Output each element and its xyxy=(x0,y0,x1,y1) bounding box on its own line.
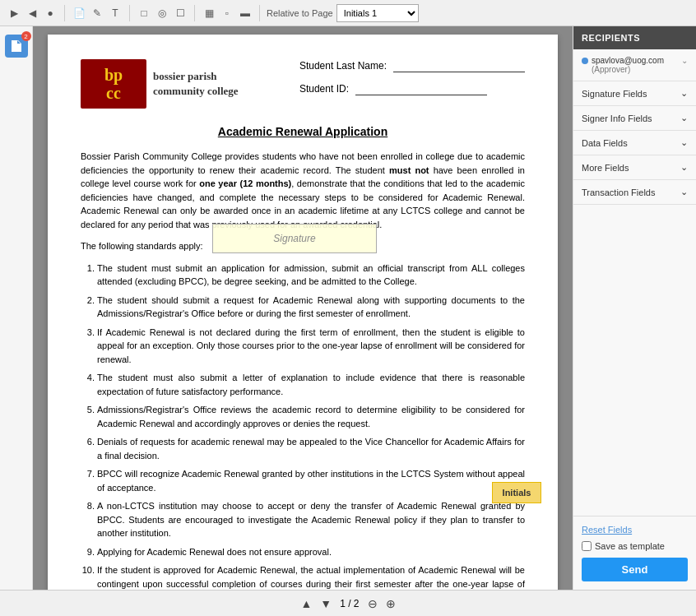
toolbar-icon-7[interactable]: □ xyxy=(137,6,151,21)
list-item: If Academic Renewal is not declared duri… xyxy=(97,326,525,367)
list-item: Admissions/Registrar's Office reviews th… xyxy=(97,403,525,430)
list-item: The student should submit a request for … xyxy=(97,294,525,321)
signature-fields-chevron-icon: ⌄ xyxy=(680,88,688,99)
send-button[interactable]: Send xyxy=(582,558,688,581)
divider-3 xyxy=(194,5,195,21)
recipient-name-row: spavlova@uog.com ⌄ xyxy=(582,56,688,65)
intro-paragraph: Bossier Parish Community College provide… xyxy=(81,150,525,231)
standards-list: The student must submit an application f… xyxy=(97,262,525,591)
more-fields-header[interactable]: More Fields ⌄ xyxy=(573,155,696,179)
list-item: If the student is approved for Academic … xyxy=(97,563,525,590)
divider-4 xyxy=(259,5,260,21)
toolbar-icon-9[interactable]: ☐ xyxy=(173,6,188,21)
more-fields-chevron-icon: ⌄ xyxy=(680,162,688,173)
current-page: 1 xyxy=(340,598,346,609)
top-toolbar: ▶ ◀ ● 📄 ✎ T □ ◎ ☐ ▦ ▫ ▬ Relative to Page… xyxy=(0,0,696,26)
more-fields-label: More Fields xyxy=(582,163,629,173)
logo-area: bp cc bossier parish community college xyxy=(81,59,239,109)
bottom-toolbar: ▲ ▼ 1 / 2 ⊖ ⊕ xyxy=(0,590,696,616)
signature-fields-section: Signature Fields ⌄ xyxy=(573,81,696,106)
divider-1 xyxy=(64,5,65,21)
list-item: Applying for Academic Renewal does not e… xyxy=(97,545,525,559)
save-template-label: Save as template xyxy=(595,541,665,551)
initials-dropdown[interactable]: Initials 1 xyxy=(336,4,419,22)
zoom-in-button[interactable]: ⊕ xyxy=(386,597,396,610)
list-item: The student must submit an application f… xyxy=(97,262,525,289)
last-name-field-row: Student Last Name: xyxy=(299,59,525,72)
data-fields-chevron-icon: ⌄ xyxy=(680,137,688,148)
signature-field[interactable]: Signature xyxy=(212,224,377,253)
divider-2 xyxy=(129,5,130,21)
recipients-header: RECIPIENTS xyxy=(573,26,696,49)
data-fields-label: Data Fields xyxy=(582,138,628,148)
toolbar-icon-11[interactable]: ▫ xyxy=(220,6,234,21)
page-indicator: 1 / 2 xyxy=(340,598,359,609)
more-fields-section: More Fields ⌄ xyxy=(573,155,696,180)
list-item: The student must also submit a letter of… xyxy=(97,371,525,398)
right-panel: RECIPIENTS spavlova@uog.com ⌄ (Approver)… xyxy=(573,26,696,590)
signer-info-fields-section: Signer Info Fields ⌄ xyxy=(573,106,696,131)
list-item: BPCC will recognize Academic Renewal gra… xyxy=(97,467,525,494)
college-name-line1: bossier parish xyxy=(153,69,239,84)
signer-info-fields-label: Signer Info Fields xyxy=(582,113,652,123)
main-area: 2 bp cc bossier parish community college xyxy=(0,26,696,590)
recipient-dot xyxy=(582,58,588,64)
toolbar-icon-1[interactable]: ▶ xyxy=(7,6,21,21)
left-panel: 2 xyxy=(0,26,33,590)
right-panel-footer: Reset Fields Save as template Send xyxy=(573,516,696,590)
college-name-line2: community college xyxy=(153,84,239,99)
transaction-fields-chevron-icon: ⌄ xyxy=(680,187,688,197)
zoom-out-button[interactable]: ⊖ xyxy=(368,597,378,610)
toolbar-icon-4[interactable]: 📄 xyxy=(72,6,86,21)
document-body: Bossier Parish Community College provide… xyxy=(81,150,525,590)
data-fields-section: Data Fields ⌄ xyxy=(573,131,696,155)
document-header: bp cc bossier parish community college S… xyxy=(81,59,525,109)
signer-info-fields-header[interactable]: Signer Info Fields ⌄ xyxy=(573,106,696,130)
initials-label: Initials xyxy=(503,488,531,498)
data-fields-header[interactable]: Data Fields ⌄ xyxy=(573,131,696,155)
save-template-checkbox[interactable] xyxy=(582,541,592,551)
list-item: Denials of requests for academic renewal… xyxy=(97,435,525,462)
scroll-up-button[interactable]: ▲ xyxy=(300,597,312,610)
recipient-item[interactable]: spavlova@uog.com ⌄ (Approver) xyxy=(573,49,696,81)
reset-fields-link[interactable]: Reset Fields xyxy=(582,525,688,535)
notification-badge: 2 xyxy=(21,31,31,41)
page-thumbnail-icon[interactable]: 2 xyxy=(5,35,28,58)
signature-fields-header[interactable]: Signature Fields ⌄ xyxy=(573,81,696,105)
recipient-email: spavlova@uog.com xyxy=(592,56,664,65)
last-name-label: Student Last Name: xyxy=(299,60,387,72)
signature-fields-label: Signature Fields xyxy=(582,89,647,99)
signature-label: Signature xyxy=(273,233,315,244)
document-title: Academic Renewal Application xyxy=(81,125,525,138)
toolbar-icon-10[interactable]: ▦ xyxy=(202,6,216,21)
recipient-chevron-icon[interactable]: ⌄ xyxy=(681,56,688,65)
student-id-label: Student ID: xyxy=(299,83,349,95)
college-logo: bp cc xyxy=(81,59,146,109)
list-item: A non-LCTCS institution may choose to ac… xyxy=(97,499,525,540)
toolbar-icon-3[interactable]: ● xyxy=(43,6,58,21)
save-template-row: Save as template xyxy=(582,541,688,551)
transaction-fields-section: Transaction Fields ⌄ xyxy=(573,180,696,205)
toolbar-icon-8[interactable]: ◎ xyxy=(155,6,169,21)
recipient-role: (Approver) xyxy=(592,65,688,74)
student-id-line xyxy=(355,82,487,95)
student-id-field-row: Student ID: xyxy=(299,82,525,95)
toolbar-icon-2[interactable]: ◀ xyxy=(25,6,39,21)
transaction-fields-header[interactable]: Transaction Fields ⌄ xyxy=(573,180,696,204)
transaction-fields-label: Transaction Fields xyxy=(582,188,655,197)
college-name: bossier parish community college xyxy=(153,69,239,99)
toolbar-icon-6[interactable]: T xyxy=(108,6,123,21)
total-pages: 2 xyxy=(354,598,360,609)
initials-field[interactable]: Initials xyxy=(492,482,541,503)
scroll-down-button[interactable]: ▼ xyxy=(320,597,332,610)
page-separator: / xyxy=(348,598,354,609)
last-name-line xyxy=(393,59,525,72)
relative-label: Relative to Page xyxy=(267,8,333,18)
document-page: bp cc bossier parish community college S… xyxy=(48,35,558,590)
toolbar-icon-12[interactable]: ▬ xyxy=(238,6,253,21)
signer-info-fields-chevron-icon: ⌄ xyxy=(680,113,688,123)
student-fields: Student Last Name: Student ID: xyxy=(299,59,525,95)
toolbar-icon-5[interactable]: ✎ xyxy=(90,6,104,21)
document-area: bp cc bossier parish community college S… xyxy=(33,26,573,590)
